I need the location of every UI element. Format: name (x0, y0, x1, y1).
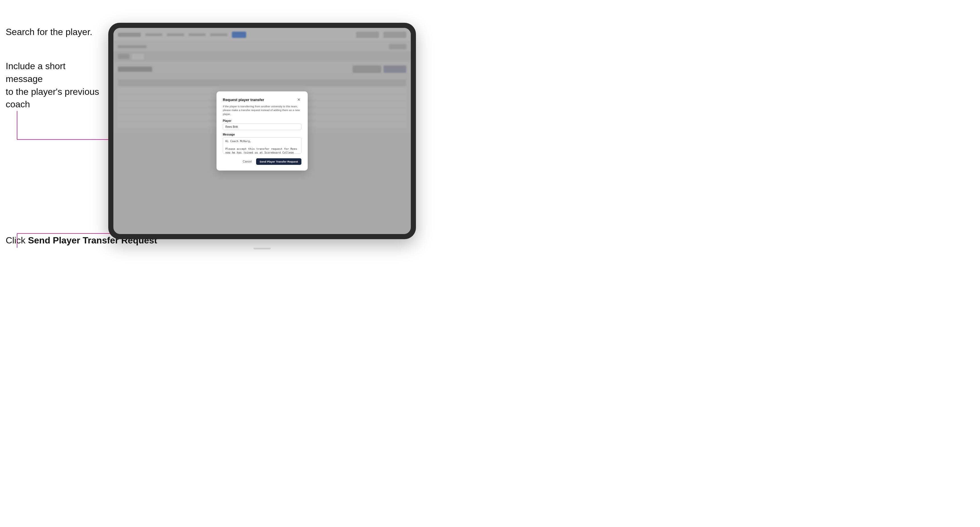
cancel-button[interactable]: Cancel (240, 159, 254, 164)
player-input[interactable] (223, 124, 301, 130)
player-label: Player (223, 119, 301, 122)
modal-description: If the player is transferring from anoth… (223, 105, 301, 116)
annotation-message-text: Include a short message to the player's … (6, 60, 103, 111)
modal-overlay: Request player transfer ✕ If the player … (113, 28, 411, 234)
modal-title: Request player transfer (223, 98, 264, 102)
tablet-screen: Request player transfer ✕ If the player … (113, 28, 411, 234)
modal-footer: Cancel Send Player Transfer Request (223, 158, 301, 165)
request-transfer-modal: Request player transfer ✕ If the player … (216, 91, 308, 171)
annotation-search-text: Search for the player. (6, 25, 92, 38)
message-textarea[interactable]: Hi Coach McHarg, Please accept this tran… (223, 137, 301, 154)
tablet-device: Request player transfer ✕ If the player … (108, 23, 416, 239)
tablet-bottom-indicator (108, 248, 416, 249)
message-label: Message (223, 133, 301, 136)
send-transfer-request-button[interactable]: Send Player Transfer Request (256, 158, 301, 165)
modal-close-button[interactable]: ✕ (296, 97, 301, 102)
modal-header: Request player transfer ✕ (223, 97, 301, 102)
